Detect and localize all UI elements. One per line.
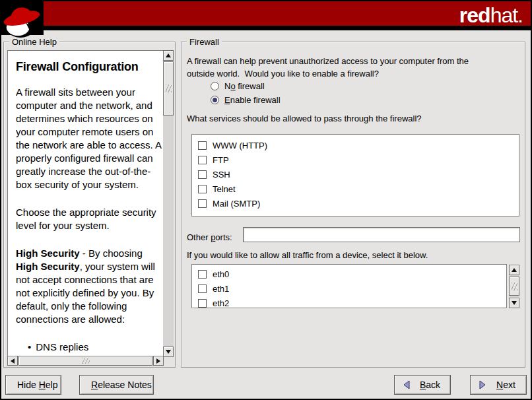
help-hscrollbar-track[interactable] (7, 356, 164, 366)
radio-button-icon[interactable] (211, 82, 219, 90)
help-bold-2: High Security (16, 261, 80, 272)
checkbox-icon[interactable] (198, 199, 207, 208)
installer-window: redhat. Online Help Firewall Configurati… (0, 0, 532, 400)
checkbox-icon[interactable] (198, 284, 207, 293)
checkbox-icon[interactable] (198, 299, 207, 308)
service-label: WWW (HTTP) (213, 141, 267, 150)
next-button[interactable]: Next (470, 375, 527, 395)
help-bullet-item: •DNS replies (16, 341, 162, 354)
up-arrow-icon (512, 268, 517, 272)
checkbox-icon[interactable] (198, 141, 207, 150)
release-notes-label: Release Notes (91, 380, 152, 390)
service-row[interactable]: FTP (192, 152, 519, 167)
help-scroll-left-button[interactable] (7, 356, 18, 366)
next-label: Next (492, 380, 519, 390)
help-paragraph-2: Choose the appropriate security level fo… (16, 206, 162, 232)
checkbox-icon[interactable] (198, 170, 207, 179)
firewall-frame: Firewall A firewall can help prevent una… (181, 42, 525, 368)
release-notes-button[interactable]: Release Notes (79, 375, 154, 395)
thumb-grip-icon (82, 358, 90, 364)
back-button[interactable]: Back (394, 375, 451, 395)
down-arrow-icon (166, 350, 171, 354)
device-label: eth2 (213, 298, 229, 308)
checkbox-icon[interactable] (198, 270, 207, 279)
help-vscrollbar-thumb[interactable] (163, 61, 174, 116)
other-ports-label: Other ports: (187, 231, 232, 244)
radio-enable-firewall-label: Enable firewall (224, 95, 281, 105)
devices-scroll-down-button[interactable] (509, 298, 519, 308)
firewall-frame-label: Firewall (187, 37, 222, 48)
hide-help-button[interactable]: Hide Help (5, 375, 61, 395)
radio-button-selected-icon[interactable] (211, 96, 219, 104)
service-label: Mail (SMTP) (213, 199, 260, 209)
services-question: What services should be allowed to pass … (187, 112, 422, 125)
brand-bold: red (459, 3, 490, 27)
firewall-intro-line2: outside world. Would you like to enable … (187, 67, 379, 80)
help-text-1: - By choosing (80, 248, 143, 259)
help-vscrollbar-track[interactable] (163, 50, 174, 357)
service-label: FTP (213, 155, 229, 165)
redhat-wordmark: redhat. (459, 4, 523, 26)
thumb-grip-icon (512, 283, 517, 290)
service-row[interactable]: WWW (HTTP) (192, 138, 519, 152)
down-arrow-icon (512, 301, 517, 305)
back-label: Back (416, 380, 444, 390)
service-label: SSH (213, 170, 230, 180)
help-scroll-right-button[interactable] (153, 356, 164, 366)
services-list[interactable]: WWW (HTTP) FTP SSH Telnet Mail (SMTP) (191, 134, 519, 217)
other-ports-input[interactable] (243, 227, 520, 242)
up-arrow-icon (166, 53, 171, 57)
help-hscrollbar-thumb[interactable] (18, 356, 152, 366)
service-row[interactable]: Mail (SMTP) (192, 196, 519, 211)
hide-help-label: Hide Help (17, 380, 58, 390)
device-row[interactable]: eth1 (192, 281, 506, 296)
help-scroll-down-button[interactable] (163, 347, 174, 357)
devices-list[interactable]: eth0 eth1 eth2 (191, 264, 507, 308)
device-row[interactable]: eth0 (192, 267, 506, 281)
help-paragraph-3: High Security - By choosing High Securit… (16, 247, 162, 326)
help-paragraph-1: A firewall sits between your computer an… (16, 86, 162, 191)
help-bullet-list: •DNS replies (16, 341, 163, 354)
thumb-grip-icon (166, 84, 172, 92)
device-label: eth0 (213, 269, 229, 279)
radio-no-firewall-label: No firewall (224, 81, 265, 91)
bullet-text: DNS replies (36, 341, 88, 354)
devices-scrollbar-track[interactable] (509, 265, 519, 308)
devices-scrollbar-thumb[interactable] (509, 277, 519, 296)
next-arrow-icon (477, 380, 488, 390)
help-text-panel: Firewall Configuration A firewall sits b… (7, 50, 164, 357)
checkbox-icon[interactable] (198, 156, 207, 164)
service-label: Telnet (213, 184, 236, 194)
brand-light: hat. (490, 3, 523, 27)
help-scroll-up-button[interactable] (163, 50, 174, 61)
radio-no-firewall[interactable]: No firewall (211, 81, 265, 91)
device-row[interactable]: eth2 (192, 296, 506, 308)
checkbox-icon[interactable] (198, 185, 207, 193)
bullet-dot: • (28, 341, 31, 354)
radio-enable-firewall[interactable]: Enable firewall (211, 95, 281, 105)
back-arrow-icon (401, 380, 412, 390)
service-row[interactable]: SSH (192, 167, 519, 182)
redhat-shadowman-icon (1, 1, 42, 39)
device-label: eth1 (213, 284, 229, 294)
devices-scroll-up-button[interactable] (509, 265, 519, 275)
left-arrow-icon (11, 358, 15, 364)
online-help-frame: Online Help Firewall Configuration A fir… (3, 42, 176, 368)
help-title: Firewall Configuration (16, 60, 163, 74)
right-arrow-icon (156, 358, 160, 364)
header-banner (0, 0, 532, 30)
help-bold-1: High Security (16, 248, 80, 259)
service-row[interactable]: Telnet (192, 182, 519, 196)
devices-question: If you would like to allow all traffic f… (187, 249, 428, 261)
firewall-intro-line1: A firewall can help prevent unauthorized… (187, 55, 469, 67)
